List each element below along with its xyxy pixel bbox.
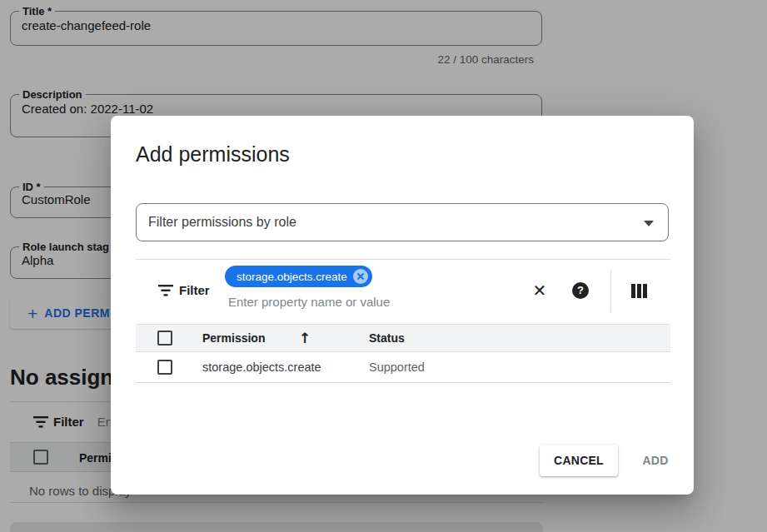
cancel-button[interactable]: CANCEL (540, 445, 618, 476)
row-checkbox[interactable] (157, 360, 172, 375)
divider (136, 259, 670, 260)
screen: Title * create-changefeed-role 22 / 100 … (0, 0, 767, 532)
help-icon[interactable]: ? (572, 282, 589, 299)
filter-permissions-by-role-select[interactable]: Filter permissions by role (136, 203, 669, 241)
sort-ascending-icon[interactable]: ↑ (299, 330, 311, 346)
filter-chip[interactable]: storage.objects.create (225, 266, 372, 287)
role-select-placeholder: Filter permissions by role (148, 215, 296, 230)
status-column-header[interactable]: Status (369, 331, 405, 345)
clear-filters-icon[interactable]: ✕ (530, 281, 550, 301)
chevron-down-icon (644, 221, 654, 226)
dialog-filter-input[interactable] (228, 292, 503, 311)
dialog-title: Add permissions (136, 142, 290, 167)
column-display-options-icon[interactable] (631, 284, 647, 298)
filter-list-icon (158, 285, 173, 296)
permission-column-header[interactable]: Permission (202, 331, 265, 345)
status-cell: Supported (369, 360, 425, 374)
add-button[interactable]: ADD (632, 445, 679, 476)
select-all-checkbox[interactable] (157, 331, 172, 346)
permission-cell: storage.objects.create (202, 360, 321, 374)
dialog-filter-label: Filter (179, 283, 210, 297)
toolbar-divider (610, 269, 611, 312)
filter-chip-label: storage.objects.create (237, 271, 347, 283)
dialog-table-header: Permission ↑ Status (136, 324, 670, 352)
add-permissions-dialog: Add permissions Filter permissions by ro… (111, 116, 694, 495)
chip-remove-icon[interactable] (353, 269, 368, 284)
table-row[interactable]: storage.objects.create Supported (136, 353, 670, 383)
